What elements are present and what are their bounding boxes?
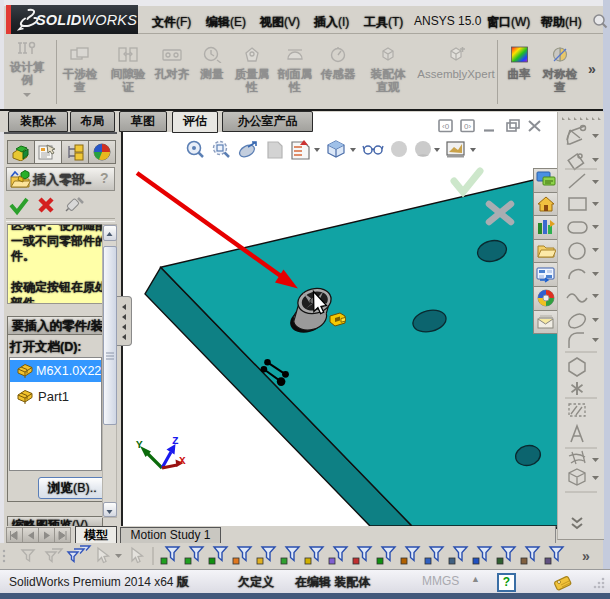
svg-text:Z: Z: [172, 435, 179, 447]
svg-text:X: X: [179, 455, 186, 467]
svg-text:»: »: [582, 548, 590, 564]
svg-text:Y: Y: [136, 439, 143, 451]
